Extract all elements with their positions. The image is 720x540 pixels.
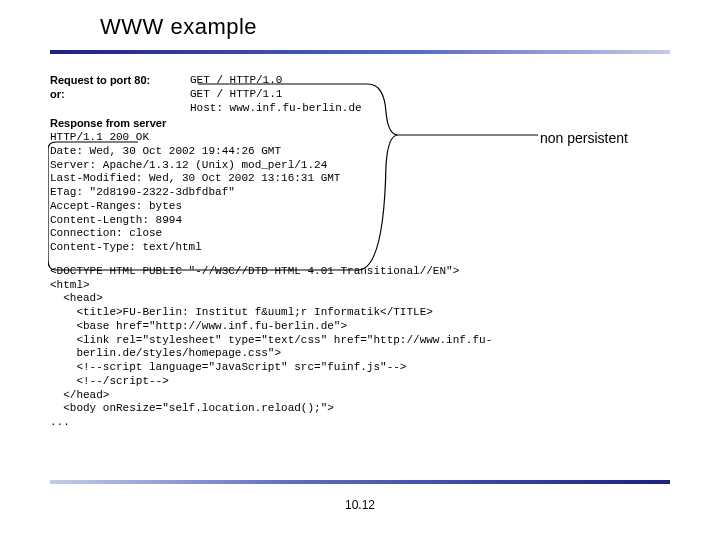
request-line-2: or: GET / HTTP/1.1 <box>50 88 670 102</box>
spacer <box>50 102 190 116</box>
divider-top <box>50 50 670 54</box>
html-line-4: <base href="http://www.inf.fu-berlin.de"… <box>50 320 670 334</box>
divider-bottom <box>50 480 670 484</box>
response-header-2: Server: Apache/1.3.12 (Unix) mod_perl/1.… <box>50 159 670 173</box>
response-header-7: Connection: close <box>50 227 670 241</box>
request-line-3: Host: www.inf.fu-berlin.de <box>50 102 670 116</box>
response-header-5: Accept-Ranges: bytes <box>50 200 670 214</box>
request-value-1: GET / HTTP/1.1 <box>190 88 282 102</box>
html-line-9: </head> <box>50 389 670 403</box>
html-line-5: <link rel="stylesheet" type="text/css" h… <box>50 334 670 348</box>
response-header-1: Date: Wed, 30 Oct 2002 19:44:26 GMT <box>50 145 670 159</box>
request-line-1: Request to port 80: GET / HTTP/1.0 <box>50 74 670 88</box>
html-line-6: berlin.de/styles/homepage.css"> <box>50 347 670 361</box>
page-number: 10.12 <box>0 498 720 512</box>
html-line-1: <html> <box>50 279 670 293</box>
html-line-0: <DOCTYPE HTML PUBLIC "-//W3C//DTD HTML 4… <box>50 265 670 279</box>
request-value-2: Host: www.inf.fu-berlin.de <box>190 102 362 116</box>
or-label: or: <box>50 88 190 102</box>
response-header-4: ETag: "2d8190-2322-3dbfdbaf" <box>50 186 670 200</box>
html-line-3: <title>FU-Berlin: Institut f&uuml;r Info… <box>50 306 670 320</box>
request-value-0: GET / HTTP/1.0 <box>190 74 282 88</box>
response-header-3: Last-Modified: Wed, 30 Oct 2002 13:16:31… <box>50 172 670 186</box>
callout-label: non persistent <box>540 130 628 146</box>
html-line-12: ... <box>50 416 670 430</box>
html-line-7: <!--script language="JavaScript" src="fu… <box>50 361 670 375</box>
slide: WWW example Request to port 80: GET / HT… <box>0 0 720 540</box>
response-header-6: Content-Length: 8994 <box>50 214 670 228</box>
html-line-2: <head> <box>50 292 670 306</box>
gap <box>50 255 670 265</box>
content-area: Request to port 80: GET / HTTP/1.0 or: G… <box>50 74 670 430</box>
slide-title: WWW example <box>100 14 257 40</box>
html-line-11: <body onResize="self.location.reload();"… <box>50 402 670 416</box>
response-header-8: Content-Type: text/html <box>50 241 670 255</box>
html-line-8: <!--/script--> <box>50 375 670 389</box>
response-label: Response from server <box>50 117 670 131</box>
request-label: Request to port 80: <box>50 74 190 88</box>
